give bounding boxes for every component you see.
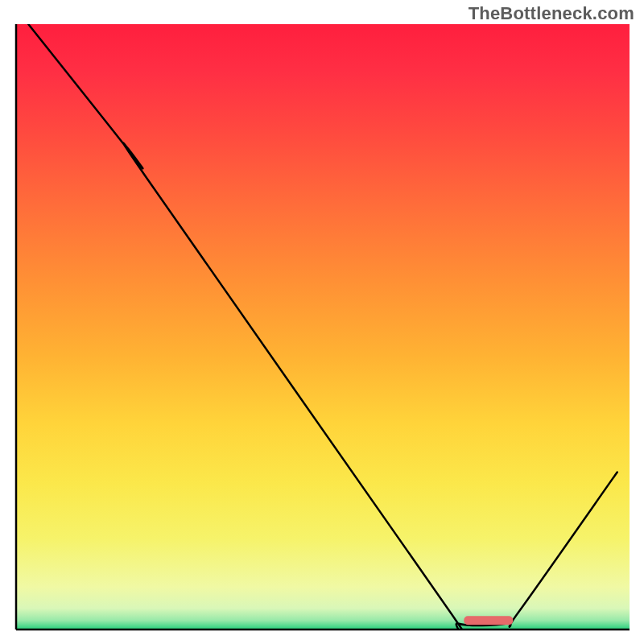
plot-area (16, 24, 630, 644)
bottleneck-chart (0, 0, 644, 644)
chart-wrapper: TheBottleneck.com (0, 0, 644, 644)
optimal-marker (464, 616, 513, 625)
gradient-background (16, 24, 630, 630)
watermark-text: TheBottleneck.com (469, 3, 634, 24)
